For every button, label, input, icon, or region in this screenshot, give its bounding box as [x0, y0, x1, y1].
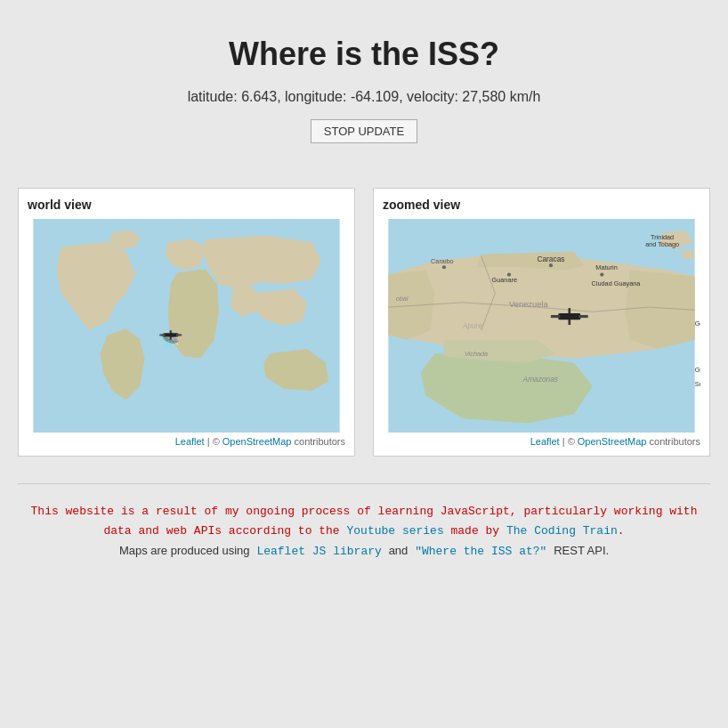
svg-text:Caracas: Caracas	[537, 255, 564, 263]
divider	[18, 483, 710, 484]
world-map-svg: 🛸	[28, 219, 345, 433]
page-wrapper: Where is the ISS? latitude: 6.643, longi…	[0, 0, 728, 615]
world-map-label: world view	[28, 198, 345, 212]
svg-text:Amazonas: Amazonas	[522, 375, 558, 384]
world-map-panel: world view	[18, 188, 355, 457]
coordinates-display: latitude: 6.643, longitude: -64.109, vel…	[18, 89, 710, 105]
page-title: Where is the ISS?	[18, 36, 710, 73]
svg-rect-4	[159, 334, 165, 336]
footer-text: This website is a result of my ongoing p…	[18, 502, 710, 562]
svg-text:and Tobago: and Tobago	[645, 240, 679, 248]
svg-text:Apure: Apure	[462, 321, 483, 330]
stop-update-button[interactable]: STOP UPDATE	[311, 119, 417, 143]
svg-text:Maturin: Maturin	[595, 263, 617, 271]
world-osm-link[interactable]: OpenStreetMap	[222, 436, 292, 447]
svg-text:Vichada: Vichada	[465, 350, 488, 358]
leaflet-js-link[interactable]: Leaflet JS library	[256, 545, 381, 558]
maps-row: world view	[18, 188, 710, 457]
zoomed-osm-link[interactable]: OpenStreetMap	[578, 436, 647, 447]
footer-line2: Maps are produced using Leaflet JS libra…	[18, 541, 710, 562]
svg-text:Georgetown: Georgetown	[695, 320, 700, 328]
svg-point-7	[549, 263, 553, 267]
footer-line1: This website is a result of my ongoing p…	[18, 502, 710, 522]
zoomed-map-svg: Caracas Guanare Maturin Caraibo Ciudad G…	[383, 219, 700, 433]
header: Where is the ISS? latitude: 6.643, longi…	[18, 36, 710, 170]
svg-rect-29	[551, 315, 560, 318]
svg-text:obal: obal	[396, 295, 408, 303]
zoomed-leaflet-link[interactable]: Leaflet	[530, 436, 560, 447]
world-map-attribution: Leaflet | © OpenStreetMap contributors	[28, 436, 345, 447]
youtube-series-link[interactable]: Youtube series	[346, 524, 443, 538]
svg-text:Venezuela: Venezuela	[509, 299, 549, 309]
svg-rect-28	[558, 313, 580, 320]
iss-api-link[interactable]: "Where the ISS at?"	[415, 545, 546, 558]
world-leaflet-link[interactable]: Leaflet	[175, 436, 205, 447]
zoomed-map-panel: zoomed view	[373, 188, 710, 457]
zoomed-map-attribution: Leaflet | © OpenStreetMap contributors	[383, 436, 700, 447]
zoomed-map-container: Caracas Guanare Maturin Caraibo Ciudad G…	[383, 219, 700, 433]
footer-line1b: data and web APIs according to the Youtu…	[18, 522, 710, 541]
svg-point-10	[442, 265, 446, 269]
svg-text:Ciudad Guayana: Ciudad Guayana	[592, 279, 642, 287]
svg-point-9	[600, 273, 603, 277]
svg-text:Su...: Su...	[695, 380, 700, 388]
svg-text:Caraibo: Caraibo	[431, 257, 454, 265]
svg-rect-5	[176, 334, 182, 336]
coding-train-link[interactable]: The Coding Train	[506, 524, 618, 538]
svg-rect-3	[163, 333, 178, 336]
svg-rect-30	[578, 315, 587, 318]
svg-text:Guanare: Guanare	[492, 276, 517, 284]
zoomed-map-label: zoomed view	[383, 198, 700, 212]
svg-text:Guyana: Guyana	[695, 366, 700, 374]
world-map-container: 🛸	[28, 219, 345, 433]
